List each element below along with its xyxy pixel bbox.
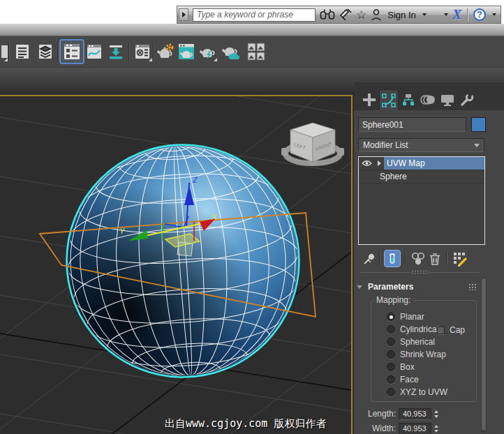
modify-icon (381, 93, 396, 108)
radio-planar[interactable]: Planar (387, 312, 424, 322)
stack-toolbar-separator (379, 252, 380, 265)
panel-scrollbar (481, 278, 487, 433)
parameters-rollout-header[interactable]: Parameters (357, 279, 484, 294)
spinner-down-arrow[interactable] (434, 430, 438, 433)
partial-flyout-icon[interactable] (0, 41, 8, 62)
scene-explorer-icon[interactable] (12, 41, 33, 62)
width-label: Width: (354, 424, 396, 433)
viewcube[interactable]: LEFT FRONT (281, 123, 344, 165)
schematic-view-icon[interactable] (132, 41, 153, 62)
render-in-cloud-icon[interactable] (220, 41, 241, 62)
stack-item-uvw-map[interactable]: UVW Map (359, 157, 484, 170)
radio-xyz-to-uvw[interactable]: XYZ to UVW (387, 387, 447, 397)
object-color-swatch[interactable] (471, 117, 486, 132)
toolbar-separator (153, 43, 154, 61)
curve-editor-icon[interactable] (84, 41, 105, 62)
radio-spherical[interactable]: Spherical (387, 337, 435, 347)
length-value-field[interactable]: 40.953 (399, 408, 431, 420)
radio-label: Spherical (400, 337, 435, 347)
rollout-separator-grip[interactable] (411, 270, 429, 274)
rollout-title: Parameters (368, 282, 413, 292)
rendered-frame-window-icon[interactable] (176, 41, 197, 62)
radio-label: Box (400, 362, 415, 372)
remove-modifier-icon[interactable] (427, 250, 443, 267)
flyout-arrow (214, 58, 217, 61)
viewport-canvas: Z Y X LEFT FRONT (0, 96, 351, 434)
favorites-star-icon[interactable]: ☆ (356, 7, 366, 22)
show-end-result-icon[interactable] (384, 250, 401, 267)
create-plus-icon (362, 92, 377, 107)
cap-checkbox[interactable]: Cap (437, 325, 465, 335)
length-label: Length: (354, 409, 396, 419)
infocenter-options-caret-icon[interactable] (444, 13, 448, 16)
spinner-up-arrow[interactable] (434, 410, 438, 413)
watermark-text: 出自www.cgjoy.com 版权归作者 (165, 417, 326, 431)
render-preview-grid-icon[interactable] (246, 41, 267, 62)
radio-icon (387, 388, 395, 396)
command-panel-tabs (354, 82, 504, 110)
search-binoculars-icon[interactable] (320, 7, 335, 22)
tab-utilities[interactable] (457, 89, 477, 110)
radio-icon (387, 338, 395, 346)
collapse-arrow-icon (182, 12, 186, 17)
expand-caret-icon[interactable] (374, 160, 384, 166)
toolbar-separator (57, 43, 58, 61)
render-setup-icon[interactable] (155, 41, 176, 62)
tab-modify[interactable] (379, 89, 399, 110)
tab-motion[interactable] (418, 89, 438, 110)
configure-modifier-sets-icon[interactable] (452, 250, 468, 267)
sign-in-button[interactable]: Sign In (387, 10, 415, 20)
tab-hierarchy[interactable] (399, 89, 418, 110)
stack-item-sphere[interactable]: Sphere (359, 170, 484, 184)
motion-icon (420, 92, 436, 107)
hierarchy-icon (401, 92, 416, 107)
flyout-arrow (149, 58, 152, 61)
rollout-grip-icon[interactable] (468, 283, 477, 290)
panel-scrollbar-thumb[interactable] (482, 278, 486, 431)
width-spinner[interactable] (434, 425, 438, 433)
ribbon-toggle-icon[interactable] (105, 41, 126, 62)
radio-face[interactable]: Face (387, 375, 419, 384)
tab-create[interactable] (360, 89, 379, 110)
perspective-viewport[interactable]: Z Y X LEFT FRONT 出自www.cgjoy.com 版权归作者 (0, 95, 353, 434)
sign-in-caret-icon[interactable] (422, 13, 427, 16)
radio-cylindrical[interactable]: Cylindrical (387, 324, 438, 334)
pin-stack-icon[interactable] (361, 250, 378, 267)
radio-icon (387, 350, 395, 359)
command-panel: Modifier List UVW Map Sphere (354, 82, 504, 434)
tab-display[interactable] (438, 89, 457, 110)
radio-icon (387, 363, 395, 371)
width-value-field[interactable]: 40.953 (399, 423, 431, 434)
sphere-object (59, 133, 306, 389)
visibility-eye-icon[interactable] (359, 160, 374, 167)
render-production-icon[interactable] (197, 41, 218, 62)
stack-toolbar (354, 250, 487, 269)
stack-item-label: Sphere (359, 170, 484, 183)
help-icon[interactable]: ? (473, 8, 486, 21)
search-input[interactable] (193, 8, 316, 22)
rollout-caret-icon (357, 285, 362, 289)
radio-label: Planar (400, 312, 424, 322)
radio-label: Shrink Wrap (400, 350, 446, 359)
stack-item-label: UVW Map (384, 157, 484, 170)
modifier-list-label: Modifier List (363, 140, 474, 150)
modifier-list-dropdown[interactable]: Modifier List (358, 138, 484, 152)
make-unique-icon[interactable] (410, 250, 427, 267)
stack-toolbar-separator (446, 252, 447, 265)
3dsmax-window: ☆ Sign In X ? (0, 0, 504, 434)
workspace-toggle-icon[interactable] (59, 39, 84, 64)
infocenter-collapse-button[interactable] (179, 8, 188, 21)
help-caret-icon[interactable] (492, 13, 496, 16)
spinner-up-arrow[interactable] (434, 425, 438, 428)
length-spinner[interactable] (434, 410, 438, 418)
radio-icon (387, 325, 395, 334)
radio-shrink-wrap[interactable]: Shrink Wrap (387, 350, 446, 359)
layer-explorer-icon[interactable] (35, 41, 56, 62)
toolbar-separator (128, 43, 129, 61)
exchange-apps-icon[interactable]: X (452, 7, 461, 22)
spinner-down-arrow[interactable] (434, 415, 438, 418)
radio-box[interactable]: Box (387, 362, 415, 372)
user-icon[interactable] (371, 7, 382, 22)
object-name-field[interactable] (358, 117, 466, 132)
communication-center-icon[interactable] (339, 7, 352, 22)
